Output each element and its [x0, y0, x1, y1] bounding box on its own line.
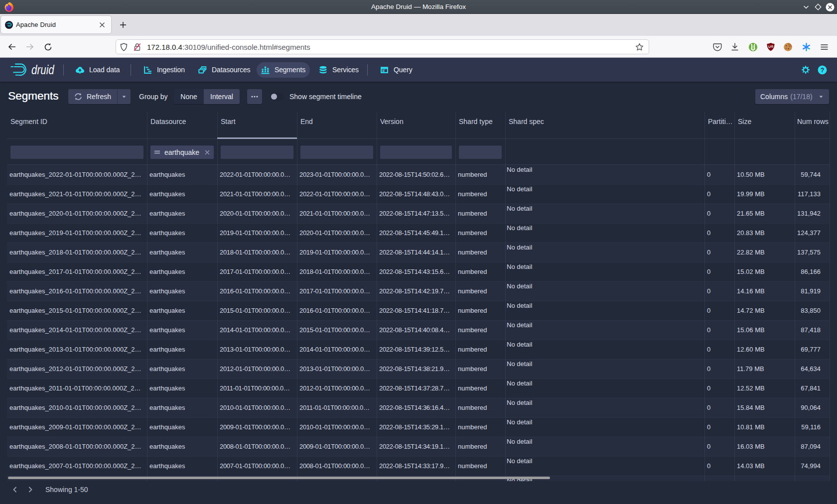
tab-close-icon[interactable] [96, 18, 108, 31]
view-header: Segments Refresh Group by None Interval [0, 82, 837, 112]
table-row[interactable]: earthquakes_2010-01-01T00:00:00.000Z_2…e… [7, 398, 830, 417]
window-close-button[interactable] [826, 2, 835, 11]
new-tab-button[interactable] [116, 18, 130, 31]
download-icon[interactable] [727, 39, 742, 54]
next-page-button[interactable] [25, 485, 35, 495]
column-header[interactable]: Datasource [150, 118, 215, 126]
horizontal-scrollbar[interactable] [8, 477, 550, 479]
filter-input[interactable] [10, 145, 144, 159]
cell-version: 2022-08-15T14:42:19.7… [379, 281, 451, 301]
column-header[interactable]: Version [380, 118, 453, 126]
row-divider [7, 437, 830, 437]
database-icon [319, 66, 327, 74]
pocket-icon[interactable] [710, 39, 725, 54]
table-row[interactable]: earthquakes_2019-01-01T00:00:00.000Z_2…e… [7, 223, 830, 243]
cell-shard_type: numbered [458, 204, 501, 223]
header-divider [7, 138, 830, 139]
columns-button[interactable]: Columns (17/18) [755, 89, 829, 104]
settings-gear-icon[interactable] [801, 65, 810, 74]
filter-input[interactable] [220, 145, 294, 159]
remove-filter-icon[interactable] [204, 149, 210, 155]
cell-version: 2022-08-15T14:41:18.7… [379, 301, 451, 320]
nav-segments[interactable]: Segments [257, 62, 310, 78]
table-row[interactable]: earthquakes_2009-01-01T00:00:00.000Z_2…e… [7, 417, 830, 437]
nav-label: Query [394, 66, 413, 74]
table-row[interactable]: earthquakes_2017-01-01T00:00:00.000Z_2…e… [7, 262, 830, 281]
table-row[interactable]: earthquakes_2021-01-01T00:00:00.000Z_2…e… [7, 184, 830, 204]
column-header[interactable]: Shard spec [509, 118, 702, 126]
timeline-toggle-knob [271, 94, 277, 100]
maximize-diamond-icon [814, 3, 822, 11]
cell-partition: 0 [707, 340, 730, 359]
cell-segment_id: earthquakes_2017-01-01T00:00:00.000Z_2… [9, 262, 143, 281]
insecure-lock-icon[interactable] [131, 39, 143, 54]
more-options-button[interactable] [247, 89, 262, 104]
nav-services[interactable]: Services [319, 58, 359, 82]
url-text: 172.18.0.4:30109/unified-console.html#se… [147, 43, 310, 51]
forward-button[interactable] [22, 39, 37, 54]
columns-caret-icon [818, 94, 824, 100]
row-divider [7, 359, 830, 360]
table-row[interactable]: earthquakes_2008-01-01T00:00:00.000Z_2…e… [7, 437, 830, 456]
column-header[interactable]: Start [221, 118, 294, 126]
privacy-badger-icon[interactable] [745, 39, 760, 54]
nav-ingestion[interactable]: Ingestion [143, 58, 185, 82]
group-none-button[interactable]: None [174, 89, 204, 104]
refresh-button[interactable]: Refresh [68, 89, 118, 104]
druid-brand[interactable]: druid [10, 58, 59, 82]
cell-datasource: earthquakes [149, 243, 213, 262]
window-minimize-button[interactable] [802, 2, 811, 11]
cell-end: 2015-01-01T00:00:00.0… [299, 320, 373, 340]
cell-version: 2022-08-15T14:50:02.6… [379, 165, 451, 184]
extension-asterisk-icon[interactable] [799, 39, 814, 54]
table-row[interactable]: earthquakes_2012-01-01T00:00:00.000Z_2…e… [7, 359, 830, 378]
refresh-dropdown-button[interactable] [118, 94, 131, 100]
cell-num_rows: 64,634 [797, 359, 821, 378]
cell-shard_spec: No detail [507, 204, 699, 223]
prev-page-button[interactable] [10, 485, 20, 495]
nav-datasources[interactable]: Datasources [198, 58, 251, 82]
cell-start: 2008-01-01T00:00:00.0… [220, 437, 293, 456]
shield-icon[interactable] [116, 39, 131, 54]
filter-input[interactable] [380, 145, 452, 159]
cell-datasource: earthquakes [149, 359, 213, 378]
table-row[interactable]: earthquakes_2013-01-01T00:00:00.000Z_2…e… [7, 340, 830, 359]
refresh-icon [74, 93, 82, 101]
ublock-icon[interactable] [763, 39, 778, 54]
column-header[interactable]: Num rows [775, 118, 829, 126]
table-row[interactable]: earthquakes_2016-01-01T00:00:00.000Z_2…e… [7, 281, 830, 301]
help-icon[interactable]: ? [818, 65, 827, 75]
nav-query[interactable]: Query [380, 58, 413, 82]
browser-tab[interactable]: Apache Druid [1, 16, 111, 33]
filter-input[interactable] [300, 145, 374, 159]
column-header[interactable]: Segment ID [10, 118, 144, 126]
column-header[interactable]: Partiti… [708, 118, 732, 126]
cell-shard_type: numbered [458, 437, 501, 456]
url-bar[interactable]: 172.18.0.4:30109/unified-console.html#se… [116, 39, 649, 54]
bookmark-star-icon[interactable] [632, 39, 647, 54]
datasource-filter[interactable]: earthquake [150, 145, 214, 159]
table-row[interactable]: earthquakes_2014-01-01T00:00:00.000Z_2…e… [7, 320, 830, 340]
table-row[interactable]: earthquakes_2015-01-01T00:00:00.000Z_2…e… [7, 301, 830, 320]
window-maximize-button[interactable] [814, 2, 823, 11]
cookie-icon[interactable] [780, 39, 795, 54]
table-row[interactable]: earthquakes_2020-01-01T00:00:00.000Z_2…e… [7, 204, 830, 223]
table-row[interactable]: earthquakes_2018-01-01T00:00:00.000Z_2…e… [7, 243, 830, 262]
chevron-right-icon [27, 486, 33, 493]
table-row[interactable]: earthquakes_2022-01-01T00:00:00.000Z_2…e… [7, 165, 830, 184]
column-header[interactable]: Shard type [459, 118, 503, 126]
reload-button[interactable] [40, 39, 55, 54]
menu-hamburger-icon[interactable] [817, 39, 832, 54]
table-row[interactable]: earthquakes_2011-01-01T00:00:00.000Z_2…e… [7, 378, 830, 398]
cell-segment_id: earthquakes_2015-01-01T00:00:00.000Z_2… [9, 301, 143, 320]
cell-segment_id: earthquakes_2013-01-01T00:00:00.000Z_2… [9, 340, 143, 359]
timeline-toggle-track[interactable] [270, 93, 284, 101]
back-button[interactable] [4, 39, 19, 54]
cell-segment_id: earthquakes_2019-01-01T00:00:00.000Z_2… [9, 223, 143, 243]
table-row[interactable]: earthquakes_2007-01-01T00:00:00.000Z_2…e… [7, 456, 830, 476]
filter-input[interactable] [458, 145, 502, 159]
nav-load-data[interactable]: Load data [76, 58, 120, 82]
column-header[interactable]: End [300, 118, 374, 126]
group-interval-button[interactable]: Interval [204, 89, 240, 104]
row-divider [7, 398, 830, 398]
